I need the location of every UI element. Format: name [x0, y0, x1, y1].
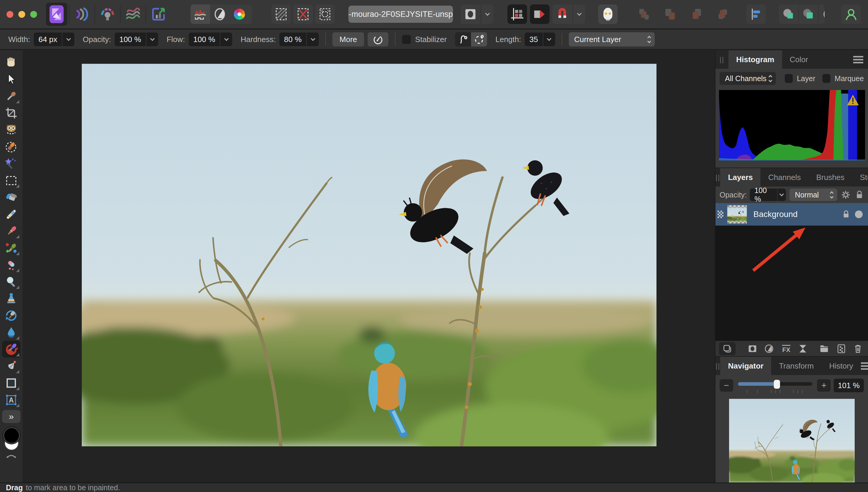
panel-menu-icon[interactable]: [861, 362, 868, 370]
photo-image[interactable]: [82, 64, 656, 446]
invert-selection-button[interactable]: [315, 4, 335, 24]
hardness-chevron[interactable]: [306, 32, 319, 46]
rope-stabilizer-button[interactable]: [455, 32, 471, 47]
auto-colour-button[interactable]: [230, 4, 249, 24]
liquify-persona-button[interactable]: [71, 3, 93, 26]
auto-contrast-button[interactable]: [210, 4, 230, 24]
flow-chevron[interactable]: [220, 32, 232, 46]
panel-drag-handle[interactable]: ||: [715, 50, 728, 69]
tab-color[interactable]: Color: [782, 50, 816, 69]
layer-name[interactable]: Background: [753, 210, 797, 219]
blend-mode-select[interactable]: Normal: [790, 189, 837, 201]
channels-select[interactable]: All Channels: [720, 72, 776, 85]
layer-checkbox[interactable]: [785, 74, 793, 83]
tone-mapping-persona-button[interactable]: [122, 3, 144, 26]
layers-opacity-chevron[interactable]: [777, 189, 786, 201]
selection-brush-tool[interactable]: [2, 121, 20, 138]
auto-white-balance-button[interactable]: [249, 4, 252, 24]
minimize-window-button[interactable]: [18, 11, 25, 18]
pen-tool[interactable]: [2, 358, 20, 374]
back-one-button[interactable]: [660, 4, 680, 24]
marquee-checkbox[interactable]: [822, 74, 830, 83]
color-swatches[interactable]: [2, 427, 20, 452]
layer-settings-gear-icon[interactable]: [841, 189, 851, 200]
color-picker-tool[interactable]: [2, 88, 20, 104]
brush-hardness-field[interactable]: 80 %: [279, 32, 319, 46]
inpainting-brush-tool[interactable]: [2, 341, 20, 358]
brush-settings-button[interactable]: [368, 32, 389, 47]
swap-colors-icon[interactable]: [5, 452, 18, 459]
document-canvas[interactable]: [23, 50, 715, 483]
width-chevron[interactable]: [62, 32, 74, 46]
new-pixel-layer-icon[interactable]: [837, 344, 846, 354]
tab-histogram[interactable]: Histogram: [728, 50, 782, 69]
tab-channels[interactable]: Channels: [760, 168, 808, 187]
snapping-grid-button[interactable]: [508, 4, 527, 24]
tab-stock[interactable]: Stock: [852, 168, 868, 187]
window-stabilizer-button[interactable]: [471, 32, 487, 47]
marquee-tool[interactable]: [2, 172, 20, 189]
group-folder-icon[interactable]: [819, 344, 829, 354]
expand-tools-button[interactable]: »: [2, 410, 20, 423]
tab-history[interactable]: History: [821, 357, 861, 375]
panel-menu-icon[interactable]: [853, 56, 863, 63]
color-replacement-brush-tool[interactable]: [2, 240, 20, 256]
magnet-snapping-button[interactable]: [553, 4, 572, 24]
zoom-percent-value[interactable]: 101 %: [834, 378, 864, 392]
navigator-thumbnail[interactable]: [729, 399, 855, 483]
view-hand-tool[interactable]: [2, 54, 20, 71]
develop-persona-button[interactable]: [97, 3, 118, 26]
foreground-color-swatch[interactable]: [3, 427, 20, 444]
boolean-add-button[interactable]: [779, 4, 798, 24]
undo-brush-tool[interactable]: [2, 307, 20, 324]
tab-transform[interactable]: Transform: [771, 357, 821, 375]
paint-brush-tool[interactable]: [2, 223, 20, 240]
move-to-front-button[interactable]: [712, 4, 732, 24]
auto-levels-button[interactable]: [190, 4, 210, 24]
zoom-slider-thumb[interactable]: [774, 380, 780, 389]
boolean-divide-button[interactable]: [818, 4, 825, 24]
account-button[interactable]: [841, 4, 861, 24]
zoom-slider[interactable]: [738, 379, 812, 392]
dodge-brush-tool[interactable]: [2, 273, 20, 290]
export-persona-button[interactable]: [148, 3, 169, 26]
crop-tool[interactable]: [2, 104, 20, 121]
panel-drag-handle[interactable]: ||: [715, 357, 720, 375]
clip-canvas-button[interactable]: [530, 4, 549, 24]
delete-layer-trash-icon[interactable]: [853, 344, 863, 354]
tab-navigator[interactable]: Navigator: [720, 357, 771, 375]
layer-thumbnail[interactable]: [727, 205, 747, 223]
layer-lock-icon[interactable]: [842, 210, 850, 219]
brush-flow-field[interactable]: 100 %: [189, 32, 233, 46]
zoom-out-button[interactable]: −: [720, 379, 733, 392]
document-title[interactable]: goncalo-mourao-2F0SEJYSITE-unsplash.jpg: [348, 6, 453, 23]
photo-persona-button[interactable]: [46, 3, 67, 26]
close-window-button[interactable]: [6, 11, 13, 18]
zoom-in-button[interactable]: +: [817, 379, 831, 392]
brush-width-field[interactable]: 64 px: [34, 32, 75, 46]
copy-layers-button[interactable]: [719, 342, 735, 355]
layers-opacity-field[interactable]: 100 %: [750, 189, 786, 201]
stabilizer-length-field[interactable]: 35: [525, 32, 555, 46]
shape-tool[interactable]: [2, 374, 20, 391]
erase-brush-tool[interactable]: [2, 256, 20, 273]
assistant-button[interactable]: [598, 4, 618, 24]
freehand-selection-tool[interactable]: [2, 138, 20, 155]
blur-brush-tool[interactable]: [2, 324, 20, 341]
more-button[interactable]: More: [332, 32, 364, 47]
zoom-window-button[interactable]: [30, 11, 37, 18]
live-filter-icon[interactable]: [798, 344, 807, 354]
panel-drag-handle[interactable]: ||: [715, 168, 720, 187]
brush-opacity-field[interactable]: 100 %: [115, 32, 159, 46]
flood-select-tool[interactable]: [2, 155, 20, 172]
text-tool[interactable]: A: [2, 391, 20, 408]
length-chevron[interactable]: [543, 32, 555, 46]
layer-target-select[interactable]: Current Layer: [569, 32, 655, 47]
select-all-button[interactable]: [272, 4, 291, 24]
gradient-tool[interactable]: [2, 206, 20, 223]
mask-options-chevron[interactable]: [482, 4, 493, 24]
deselect-button[interactable]: [293, 4, 313, 24]
lock-layer-icon[interactable]: [855, 189, 864, 200]
magnet-options-chevron[interactable]: [573, 4, 585, 24]
layer-row-background[interactable]: Background: [715, 203, 868, 226]
